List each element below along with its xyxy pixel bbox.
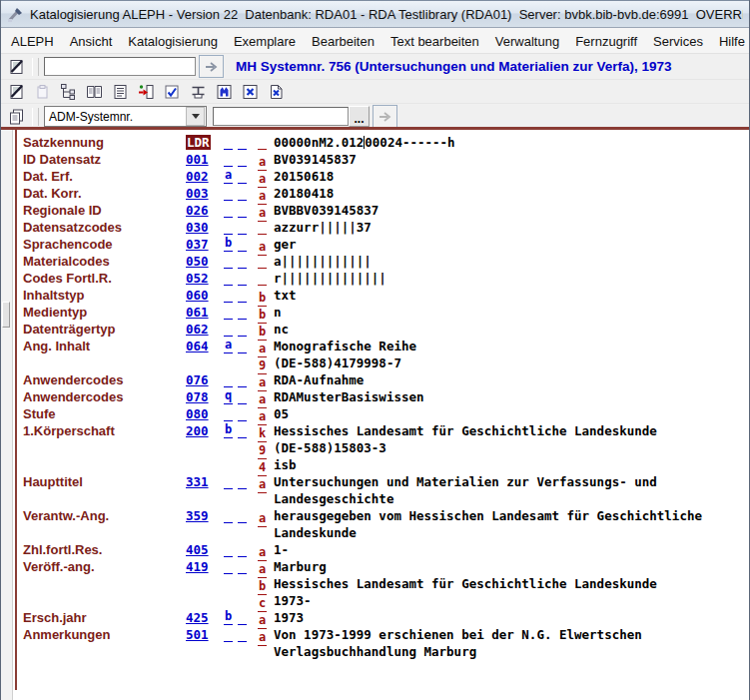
indicator[interactable] [224,135,233,150]
field-tag[interactable]: 026 [186,203,209,218]
record-number-input[interactable] [44,57,196,76]
field-value[interactable]: Landesgeschichte [274,491,393,506]
binoculars-search-icon[interactable] [211,80,237,103]
copy-records-icon[interactable] [3,105,29,128]
indicator[interactable] [224,288,233,303]
scrollbar-thumb[interactable] [2,302,10,328]
field-tag[interactable]: 050 [186,254,209,269]
indicator[interactable] [224,627,233,642]
field-value[interactable]: Hessisches Landesamt für Geschichtliche … [274,423,657,438]
vertical-scrollbar[interactable] [1,130,13,700]
checkbox-checked-icon[interactable] [159,80,185,103]
indicator[interactable] [224,220,233,235]
browse-button[interactable]: ... [349,106,370,127]
indicator[interactable] [238,322,247,337]
field-value[interactable]: Marburg [274,559,327,574]
indicator[interactable]: q [224,389,233,404]
chevron-down-icon[interactable] [186,107,205,126]
indicator[interactable] [238,288,247,303]
field-value[interactable]: Landeskunde [274,525,357,540]
close-document-icon[interactable] [263,80,289,103]
indicator[interactable] [224,559,233,574]
indicator[interactable] [238,406,247,421]
field-tag[interactable]: 052 [186,271,209,286]
field-tag[interactable]: 061 [186,305,209,320]
indicator[interactable] [238,559,247,574]
field-tag[interactable]: 405 [186,542,209,557]
indicator[interactable] [224,305,233,320]
field-tag[interactable]: 425 [186,610,209,625]
go-arrow-button-disabled[interactable] [373,105,397,128]
indicator[interactable] [238,372,247,387]
menu-item-ansicht[interactable]: Ansicht [62,31,121,52]
field-tag[interactable]: 060 [186,288,209,303]
indicator[interactable] [238,339,247,353]
indicator[interactable] [238,203,247,218]
field-tag[interactable]: 501 [186,627,209,642]
field-value[interactable]: herausgegeben vom Hessischen Landesamt f… [274,508,702,523]
indicator[interactable] [238,627,247,642]
field-value[interactable]: txt [274,288,297,303]
indicator[interactable] [224,203,233,218]
field-value[interactable]: Verlagsbuchhandlung Marburg [274,644,476,659]
ibeam-table-icon[interactable] [185,80,211,103]
menu-item-bearbeiten[interactable]: Bearbeiten [304,31,382,52]
field-tag[interactable]: 037 [186,237,209,252]
indicator[interactable] [224,322,233,337]
indicator[interactable] [238,271,247,286]
indicator[interactable] [238,305,247,320]
menu-item-services[interactable]: Services [645,31,711,52]
menu-item-katalogisierung[interactable]: Katalogisierung [120,31,226,52]
field-tag[interactable]: 331 [186,474,209,489]
indicator[interactable] [224,542,233,557]
edit-document-icon[interactable] [3,80,29,103]
indicator[interactable] [238,186,247,201]
tree-view-icon[interactable] [55,80,81,103]
field-value[interactable]: n [274,305,282,320]
field-value[interactable]: BV039145837 [274,152,357,167]
field-tag[interactable]: 030 [186,220,209,235]
indicator[interactable] [224,508,233,523]
indicator[interactable] [238,542,247,557]
field-tag-selected[interactable]: LDR [186,135,211,150]
indicator[interactable]: a [224,339,233,353]
field-tag[interactable]: 002 [186,169,209,184]
indicator[interactable] [224,254,233,269]
clipboard-icon[interactable] [29,80,55,103]
field-value[interactable]: Untersuchungen und Materialien zur Verfa… [274,474,657,489]
indicator[interactable] [238,169,247,184]
field-value[interactable]: BVBBV039145837 [274,203,378,218]
field-tag[interactable]: 419 [186,559,209,574]
indicator[interactable] [238,423,247,438]
indicator[interactable] [238,389,247,404]
edit-document-icon[interactable] [3,55,29,78]
field-tag[interactable]: 001 [186,152,209,167]
indicator[interactable] [238,610,247,625]
field-value[interactable]: nc [274,322,289,337]
field-value[interactable]: 1- [274,542,289,557]
indicator[interactable]: b [224,237,233,252]
field-tag[interactable]: 080 [186,406,209,421]
record-key-dropdown[interactable]: ADM-Systemnr. [44,106,207,127]
field-value[interactable]: 1973 [274,610,304,625]
indicator[interactable]: a [224,169,233,184]
indicator[interactable] [224,271,233,286]
field-value[interactable]: r|||||||||||||| [274,271,386,286]
indicator[interactable]: b [224,423,233,438]
field-value[interactable]: 00000nM2.01200024------h [274,135,455,150]
indicator[interactable] [224,406,233,421]
open-book-icon[interactable] [81,80,107,103]
field-value[interactable]: ger [274,237,297,252]
indicator[interactable] [238,474,247,489]
field-tag[interactable]: 200 [186,423,209,438]
menu-item-fernzugriff[interactable]: Fernzugriff [567,31,645,52]
indicator[interactable] [224,152,233,167]
subfield-code[interactable] [258,271,267,286]
record-key-input[interactable] [213,107,349,126]
menu-item-hilfe[interactable]: Hilfe [711,31,750,52]
field-tag[interactable]: 062 [186,322,209,337]
indicator[interactable] [224,186,233,201]
indicator[interactable] [238,254,247,269]
field-value[interactable]: RDA-Aufnahme [274,372,364,387]
field-value[interactable]: isb [274,457,297,472]
